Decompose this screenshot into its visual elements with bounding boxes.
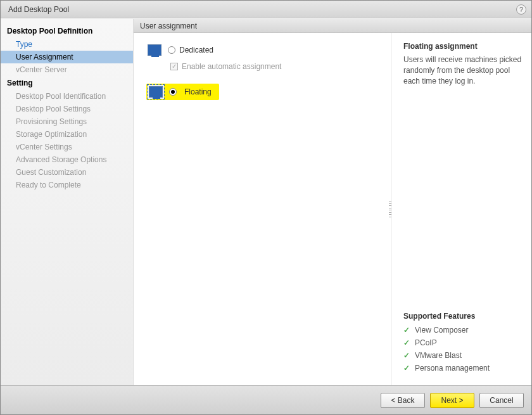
check-icon: ✓ xyxy=(403,326,410,335)
option-dedicated[interactable]: Dedicated ✓ Enable automatic assignment xyxy=(146,43,379,71)
sidebar-item-type[interactable]: Type xyxy=(1,38,133,51)
feature-row: ✓ View Composer xyxy=(403,326,522,335)
sidebar-item-storage-optimization: Storage Optimization xyxy=(1,128,133,141)
sidebar-item-vcenter-server: vCenter Server xyxy=(1,63,133,76)
feature-label: VMware Blast xyxy=(415,351,462,360)
info-panel: Floating assignment Users will receive m… xyxy=(392,33,531,385)
next-button[interactable]: Next > xyxy=(430,393,474,408)
sidebar: Desktop Pool Definition Type User Assign… xyxy=(1,19,134,385)
check-icon: ✓ xyxy=(403,338,410,347)
sidebar-item-vcenter-settings: vCenter Settings xyxy=(1,141,133,153)
check-icon: ✓ xyxy=(403,351,410,360)
back-button[interactable]: < Back xyxy=(381,393,425,408)
radio-dedicated-label: Dedicated xyxy=(179,46,213,54)
sidebar-item-pool-settings: Desktop Pool Settings xyxy=(1,103,133,115)
sidebar-heading-setting: Setting xyxy=(1,76,133,90)
titlebar: Add Desktop Pool ? xyxy=(1,1,531,18)
sidebar-item-ready-to-complete: Ready to Complete xyxy=(1,179,133,191)
radio-dedicated[interactable] xyxy=(168,46,175,54)
feature-row: ✓ VMware Blast xyxy=(403,351,522,360)
checkbox-enable-auto: ✓ xyxy=(170,63,178,70)
enable-automatic-assignment-row: ✓ Enable automatic assignment xyxy=(170,62,379,71)
add-desktop-pool-window: Add Desktop Pool ? Desktop Pool Definiti… xyxy=(1,1,531,414)
sidebar-item-pool-identification: Desktop Pool Identification xyxy=(1,90,133,103)
feature-row: ✓ Persona management xyxy=(403,364,522,373)
feature-label: PCoIP xyxy=(415,338,437,347)
section-header: User assignment xyxy=(134,19,531,33)
body: Desktop Pool Definition Type User Assign… xyxy=(1,18,531,385)
help-icon[interactable]: ? xyxy=(516,4,526,15)
feature-label: View Composer xyxy=(415,326,468,335)
option-floating[interactable]: Floating xyxy=(146,84,379,100)
checkbox-enable-auto-label: Enable automatic assignment xyxy=(182,62,281,71)
feature-row: ✓ PCoIP xyxy=(403,338,522,347)
radio-floating-label: Floating xyxy=(180,87,215,97)
radio-floating[interactable] xyxy=(169,88,177,96)
desktop-icon xyxy=(148,85,164,99)
content-row: Dedicated ✓ Enable automatic assignment xyxy=(134,33,531,385)
sidebar-item-advanced-storage-options: Advanced Storage Options xyxy=(1,153,133,166)
sidebar-item-guest-customization: Guest Customization xyxy=(1,166,133,179)
resize-handle[interactable] xyxy=(389,201,393,217)
feature-label: Persona management xyxy=(415,364,490,373)
info-description: Users will receive machines picked rando… xyxy=(403,54,522,86)
footer: < Back Next > Cancel xyxy=(1,385,531,414)
check-icon: ✓ xyxy=(403,364,410,373)
sidebar-item-provisioning-settings: Provisioning Settings xyxy=(1,115,133,128)
main-panel: User assignment Dedicated ✓ xyxy=(134,19,531,385)
sidebar-item-user-assignment[interactable]: User Assignment xyxy=(1,51,133,63)
desktop-icon xyxy=(146,43,163,57)
supported-features-title: Supported Features xyxy=(403,312,522,321)
options-panel: Dedicated ✓ Enable automatic assignment xyxy=(134,33,392,385)
window-title: Add Desktop Pool xyxy=(8,5,69,14)
sidebar-heading-definition: Desktop Pool Definition xyxy=(1,24,133,38)
info-title: Floating assignment xyxy=(403,42,522,51)
cancel-button[interactable]: Cancel xyxy=(479,393,524,408)
